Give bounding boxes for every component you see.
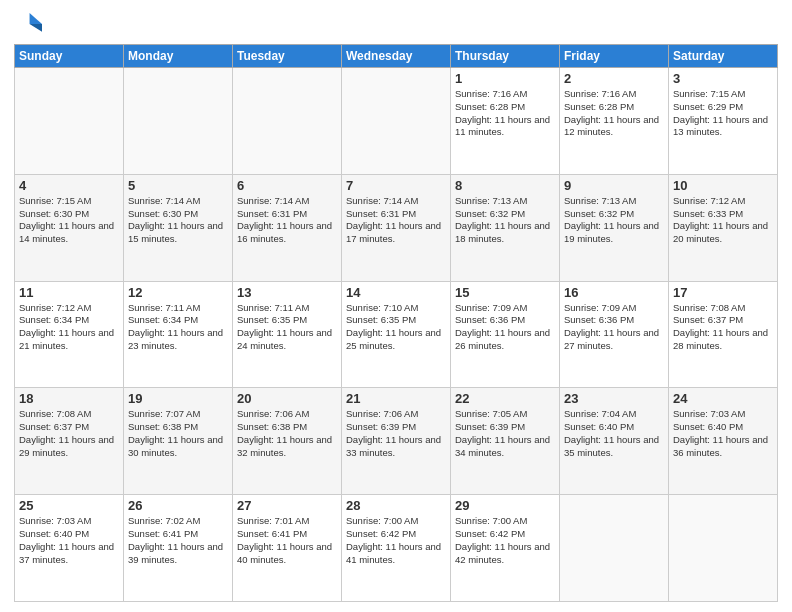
calendar-cell: 11Sunrise: 7:12 AM Sunset: 6:34 PM Dayli… — [15, 281, 124, 388]
day-info: Sunrise: 7:12 AM Sunset: 6:34 PM Dayligh… — [19, 302, 119, 353]
weekday-header-sunday: Sunday — [15, 45, 124, 68]
day-number: 26 — [128, 498, 228, 513]
calendar-cell: 16Sunrise: 7:09 AM Sunset: 6:36 PM Dayli… — [560, 281, 669, 388]
day-number: 13 — [237, 285, 337, 300]
day-number: 5 — [128, 178, 228, 193]
calendar-cell: 24Sunrise: 7:03 AM Sunset: 6:40 PM Dayli… — [669, 388, 778, 495]
day-info: Sunrise: 7:11 AM Sunset: 6:34 PM Dayligh… — [128, 302, 228, 353]
calendar-cell: 4Sunrise: 7:15 AM Sunset: 6:30 PM Daylig… — [15, 174, 124, 281]
day-info: Sunrise: 7:14 AM Sunset: 6:30 PM Dayligh… — [128, 195, 228, 246]
day-info: Sunrise: 7:09 AM Sunset: 6:36 PM Dayligh… — [455, 302, 555, 353]
week-row-1: 1Sunrise: 7:16 AM Sunset: 6:28 PM Daylig… — [15, 68, 778, 175]
weekday-header-row: SundayMondayTuesdayWednesdayThursdayFrid… — [15, 45, 778, 68]
calendar-cell: 5Sunrise: 7:14 AM Sunset: 6:30 PM Daylig… — [124, 174, 233, 281]
calendar-cell: 22Sunrise: 7:05 AM Sunset: 6:39 PM Dayli… — [451, 388, 560, 495]
day-number: 18 — [19, 391, 119, 406]
day-number: 25 — [19, 498, 119, 513]
day-info: Sunrise: 7:10 AM Sunset: 6:35 PM Dayligh… — [346, 302, 446, 353]
day-number: 9 — [564, 178, 664, 193]
calendar-cell: 19Sunrise: 7:07 AM Sunset: 6:38 PM Dayli… — [124, 388, 233, 495]
day-number: 24 — [673, 391, 773, 406]
day-number: 23 — [564, 391, 664, 406]
calendar-cell: 9Sunrise: 7:13 AM Sunset: 6:32 PM Daylig… — [560, 174, 669, 281]
logo — [14, 10, 44, 38]
calendar-cell: 18Sunrise: 7:08 AM Sunset: 6:37 PM Dayli… — [15, 388, 124, 495]
calendar-cell: 14Sunrise: 7:10 AM Sunset: 6:35 PM Dayli… — [342, 281, 451, 388]
calendar-cell: 15Sunrise: 7:09 AM Sunset: 6:36 PM Dayli… — [451, 281, 560, 388]
day-number: 11 — [19, 285, 119, 300]
day-info: Sunrise: 7:12 AM Sunset: 6:33 PM Dayligh… — [673, 195, 773, 246]
day-info: Sunrise: 7:11 AM Sunset: 6:35 PM Dayligh… — [237, 302, 337, 353]
day-info: Sunrise: 7:06 AM Sunset: 6:38 PM Dayligh… — [237, 408, 337, 459]
day-info: Sunrise: 7:08 AM Sunset: 6:37 PM Dayligh… — [673, 302, 773, 353]
calendar-cell: 12Sunrise: 7:11 AM Sunset: 6:34 PM Dayli… — [124, 281, 233, 388]
day-info: Sunrise: 7:04 AM Sunset: 6:40 PM Dayligh… — [564, 408, 664, 459]
day-number: 2 — [564, 71, 664, 86]
calendar-cell — [560, 495, 669, 602]
calendar-cell: 7Sunrise: 7:14 AM Sunset: 6:31 PM Daylig… — [342, 174, 451, 281]
weekday-header-wednesday: Wednesday — [342, 45, 451, 68]
day-info: Sunrise: 7:15 AM Sunset: 6:29 PM Dayligh… — [673, 88, 773, 139]
weekday-header-friday: Friday — [560, 45, 669, 68]
day-info: Sunrise: 7:00 AM Sunset: 6:42 PM Dayligh… — [346, 515, 446, 566]
calendar-cell: 3Sunrise: 7:15 AM Sunset: 6:29 PM Daylig… — [669, 68, 778, 175]
day-number: 10 — [673, 178, 773, 193]
calendar-cell: 2Sunrise: 7:16 AM Sunset: 6:28 PM Daylig… — [560, 68, 669, 175]
day-number: 17 — [673, 285, 773, 300]
calendar-cell: 10Sunrise: 7:12 AM Sunset: 6:33 PM Dayli… — [669, 174, 778, 281]
svg-marker-0 — [30, 13, 42, 24]
day-info: Sunrise: 7:03 AM Sunset: 6:40 PM Dayligh… — [673, 408, 773, 459]
calendar-cell: 25Sunrise: 7:03 AM Sunset: 6:40 PM Dayli… — [15, 495, 124, 602]
day-info: Sunrise: 7:00 AM Sunset: 6:42 PM Dayligh… — [455, 515, 555, 566]
weekday-header-tuesday: Tuesday — [233, 45, 342, 68]
calendar-cell: 8Sunrise: 7:13 AM Sunset: 6:32 PM Daylig… — [451, 174, 560, 281]
day-number: 19 — [128, 391, 228, 406]
day-info: Sunrise: 7:03 AM Sunset: 6:40 PM Dayligh… — [19, 515, 119, 566]
svg-marker-1 — [30, 24, 42, 32]
weekday-header-monday: Monday — [124, 45, 233, 68]
calendar-cell: 20Sunrise: 7:06 AM Sunset: 6:38 PM Dayli… — [233, 388, 342, 495]
day-number: 22 — [455, 391, 555, 406]
day-info: Sunrise: 7:05 AM Sunset: 6:39 PM Dayligh… — [455, 408, 555, 459]
day-info: Sunrise: 7:02 AM Sunset: 6:41 PM Dayligh… — [128, 515, 228, 566]
day-info: Sunrise: 7:08 AM Sunset: 6:37 PM Dayligh… — [19, 408, 119, 459]
page: SundayMondayTuesdayWednesdayThursdayFrid… — [0, 0, 792, 612]
calendar-cell: 17Sunrise: 7:08 AM Sunset: 6:37 PM Dayli… — [669, 281, 778, 388]
calendar-cell: 1Sunrise: 7:16 AM Sunset: 6:28 PM Daylig… — [451, 68, 560, 175]
calendar-cell — [233, 68, 342, 175]
calendar-table: SundayMondayTuesdayWednesdayThursdayFrid… — [14, 44, 778, 602]
day-number: 20 — [237, 391, 337, 406]
week-row-5: 25Sunrise: 7:03 AM Sunset: 6:40 PM Dayli… — [15, 495, 778, 602]
calendar-cell: 27Sunrise: 7:01 AM Sunset: 6:41 PM Dayli… — [233, 495, 342, 602]
week-row-2: 4Sunrise: 7:15 AM Sunset: 6:30 PM Daylig… — [15, 174, 778, 281]
day-number: 7 — [346, 178, 446, 193]
calendar-cell — [15, 68, 124, 175]
calendar-cell: 21Sunrise: 7:06 AM Sunset: 6:39 PM Dayli… — [342, 388, 451, 495]
day-info: Sunrise: 7:15 AM Sunset: 6:30 PM Dayligh… — [19, 195, 119, 246]
day-number: 1 — [455, 71, 555, 86]
day-number: 27 — [237, 498, 337, 513]
calendar-cell — [124, 68, 233, 175]
day-number: 16 — [564, 285, 664, 300]
day-number: 14 — [346, 285, 446, 300]
calendar-cell: 13Sunrise: 7:11 AM Sunset: 6:35 PM Dayli… — [233, 281, 342, 388]
week-row-4: 18Sunrise: 7:08 AM Sunset: 6:37 PM Dayli… — [15, 388, 778, 495]
day-info: Sunrise: 7:16 AM Sunset: 6:28 PM Dayligh… — [455, 88, 555, 139]
day-info: Sunrise: 7:14 AM Sunset: 6:31 PM Dayligh… — [237, 195, 337, 246]
day-number: 4 — [19, 178, 119, 193]
day-info: Sunrise: 7:01 AM Sunset: 6:41 PM Dayligh… — [237, 515, 337, 566]
day-number: 28 — [346, 498, 446, 513]
day-info: Sunrise: 7:13 AM Sunset: 6:32 PM Dayligh… — [564, 195, 664, 246]
calendar-cell — [669, 495, 778, 602]
day-number: 21 — [346, 391, 446, 406]
day-info: Sunrise: 7:16 AM Sunset: 6:28 PM Dayligh… — [564, 88, 664, 139]
calendar-cell — [342, 68, 451, 175]
day-info: Sunrise: 7:13 AM Sunset: 6:32 PM Dayligh… — [455, 195, 555, 246]
weekday-header-thursday: Thursday — [451, 45, 560, 68]
logo-icon — [14, 10, 42, 38]
day-number: 6 — [237, 178, 337, 193]
calendar-cell: 6Sunrise: 7:14 AM Sunset: 6:31 PM Daylig… — [233, 174, 342, 281]
day-info: Sunrise: 7:14 AM Sunset: 6:31 PM Dayligh… — [346, 195, 446, 246]
weekday-header-saturday: Saturday — [669, 45, 778, 68]
calendar-cell: 23Sunrise: 7:04 AM Sunset: 6:40 PM Dayli… — [560, 388, 669, 495]
